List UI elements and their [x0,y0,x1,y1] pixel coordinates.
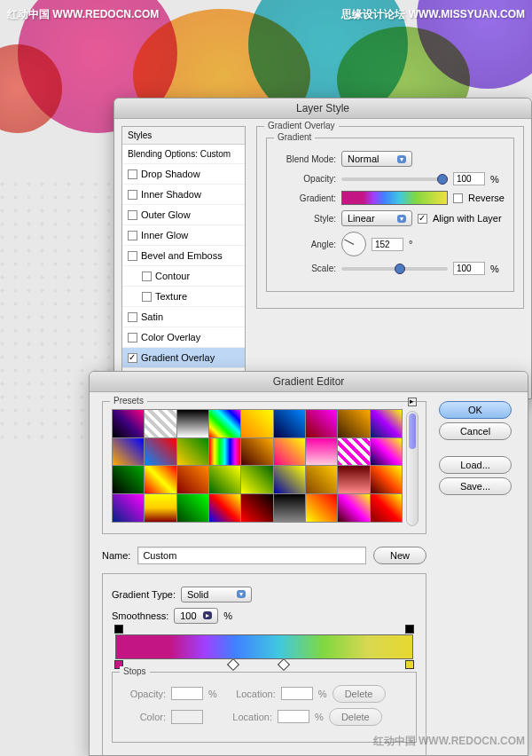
style-item-texture[interactable]: Texture [122,287,245,307]
preset-swatch[interactable] [209,494,240,522]
preset-swatch[interactable] [371,438,402,466]
opacity-slider[interactable] [341,177,448,181]
preset-swatch[interactable] [371,466,402,493]
preset-swatch[interactable] [274,438,305,466]
style-item-drop-shadow[interactable]: Drop Shadow [122,164,245,185]
preset-swatch[interactable] [145,410,176,437]
angle-input[interactable] [372,238,403,251]
preset-swatch[interactable] [241,466,272,493]
stop-color-label: Color: [121,712,166,722]
scale-slider[interactable] [341,267,448,271]
style-select[interactable]: Linear▾ [341,210,412,226]
opacity-stop[interactable] [114,625,123,634]
preset-swatch[interactable] [338,466,369,493]
preset-swatch[interactable] [306,438,337,466]
color-midpoint[interactable] [227,658,239,671]
name-label: Name: [102,550,130,561]
opacity-stop[interactable] [405,625,414,634]
style-checkbox[interactable] [142,272,152,281]
blending-options-item[interactable]: Blending Options: Custom [122,145,245,164]
style-checkbox[interactable] [128,210,137,220]
angle-label: Angle: [276,240,336,249]
presets-flyout-icon[interactable] [408,398,417,406]
delete-color-stop-button: Delete [329,708,382,726]
watermark-top-right: 思缘设计论坛 WWW.MISSYUAN.COM [341,7,525,22]
cancel-button[interactable]: Cancel [439,422,512,440]
style-item-inner-glow[interactable]: Inner Glow [122,225,245,246]
preset-swatch[interactable] [113,438,144,466]
style-checkbox[interactable] [142,292,152,302]
style-item-color-overlay[interactable]: Color Overlay [122,327,245,348]
styles-header[interactable]: Styles [122,127,245,145]
color-midpoint[interactable] [278,658,290,671]
preset-swatch[interactable] [145,438,176,466]
preset-swatch[interactable] [338,438,369,466]
preset-swatch[interactable] [209,410,240,437]
gradient-type-select[interactable]: Solid▾ [181,587,252,602]
align-checkbox[interactable] [418,214,427,224]
angle-dial[interactable] [341,232,366,256]
style-checkbox[interactable] [128,169,137,179]
style-checkbox[interactable] [128,353,137,363]
style-item-gradient-overlay[interactable]: Gradient Overlay [122,348,245,368]
style-label: Color Overlay [141,332,200,343]
preset-swatch[interactable] [177,410,208,437]
name-input[interactable] [137,547,366,564]
preset-swatch[interactable] [177,438,208,466]
blend-mode-select[interactable]: Normal▾ [341,151,412,167]
preset-swatch[interactable] [338,494,369,522]
gradient-bar[interactable] [115,634,413,659]
preset-swatch[interactable] [145,494,176,522]
style-item-inner-shadow[interactable]: Inner Shadow [122,185,245,205]
preset-swatch[interactable] [306,466,337,493]
preset-swatch[interactable] [241,410,272,437]
style-checkbox[interactable] [128,190,137,200]
preset-swatch[interactable] [274,410,305,437]
preset-swatch[interactable] [371,494,402,522]
style-item-satin[interactable]: Satin [122,307,245,327]
new-button[interactable]: New [373,547,426,564]
gradient-subsection-label: Gradient [274,132,315,142]
style-item-contour[interactable]: Contour [122,266,245,287]
preset-swatch[interactable] [241,494,272,522]
pct-label: % [223,610,232,621]
preset-swatch[interactable] [209,438,240,466]
style-checkbox[interactable] [128,231,137,240]
opacity-label: Opacity: [276,174,336,184]
preset-swatch[interactable] [274,494,305,522]
scale-input[interactable] [453,262,485,275]
save-button[interactable]: Save... [439,477,512,495]
preset-swatch[interactable] [241,438,272,466]
preset-swatch[interactable] [177,466,208,493]
style-checkbox[interactable] [128,312,137,322]
preset-swatch[interactable] [338,410,369,437]
preset-swatch[interactable] [209,466,240,493]
preset-swatch[interactable] [113,494,144,522]
reverse-checkbox[interactable] [453,193,463,203]
style-item-bevel-and-emboss[interactable]: Bevel and Emboss [122,246,245,266]
style-label: Style: [276,214,336,224]
preset-swatch[interactable] [306,410,337,437]
opacity-input[interactable] [453,172,485,185]
gradient-overlay-label: Gradient Overlay [264,121,339,130]
gradient-swatch[interactable] [341,191,448,205]
stop-color-swatch [171,710,203,724]
presets-scrollbar[interactable] [406,411,419,526]
preset-swatch[interactable] [113,466,144,493]
style-item-outer-glow[interactable]: Outer Glow [122,205,245,225]
style-label: Outer Glow [141,209,191,220]
load-button[interactable]: Load... [439,456,512,474]
stop-opacity-input [171,687,203,700]
preset-swatch[interactable] [371,410,402,437]
style-label: Texture [155,291,187,302]
color-stop[interactable] [405,660,414,669]
style-checkbox[interactable] [128,251,137,261]
smoothness-select[interactable]: 100▸ [174,608,218,624]
preset-swatch[interactable] [306,494,337,522]
ok-button[interactable]: OK [439,401,512,419]
preset-swatch[interactable] [145,466,176,493]
preset-swatch[interactable] [177,494,208,522]
style-checkbox[interactable] [128,333,137,343]
preset-swatch[interactable] [274,466,305,493]
preset-swatch[interactable] [113,410,144,437]
